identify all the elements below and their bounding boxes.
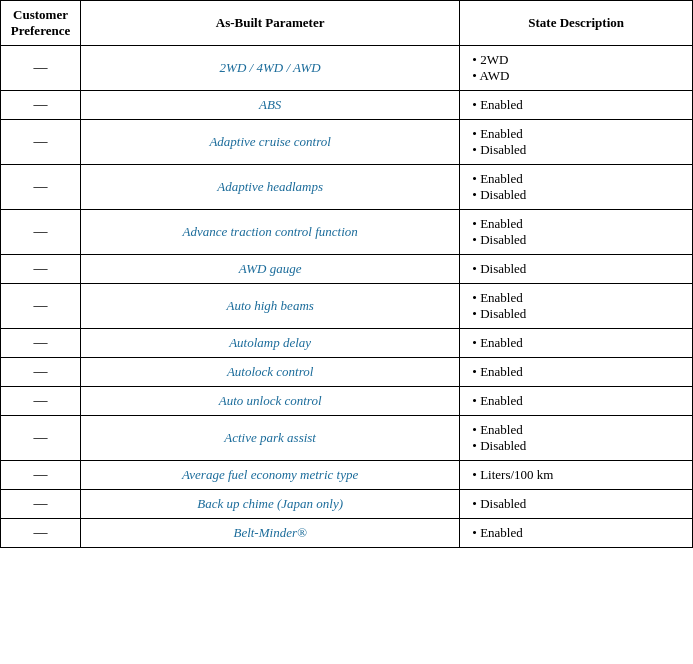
pref-cell: —	[1, 358, 81, 387]
state-cell: EnabledDisabled	[460, 210, 693, 255]
state-cell: Enabled	[460, 91, 693, 120]
param-cell: Auto unlock control	[80, 387, 459, 416]
state-item: Enabled	[472, 290, 684, 306]
state-item: Enabled	[472, 171, 684, 187]
pref-cell: —	[1, 490, 81, 519]
state-item: Enabled	[472, 335, 684, 351]
state-item: AWD	[472, 68, 684, 84]
state-item: Enabled	[472, 393, 684, 409]
table-row: —Average fuel economy metric typeLiters/…	[1, 461, 693, 490]
state-item: Disabled	[472, 438, 684, 454]
param-cell: Adaptive cruise control	[80, 120, 459, 165]
table-row: —Belt-Minder®Enabled	[1, 519, 693, 548]
pref-cell: —	[1, 255, 81, 284]
pref-cell: —	[1, 329, 81, 358]
state-cell: Disabled	[460, 490, 693, 519]
pref-cell: —	[1, 519, 81, 548]
table-row: —Adaptive headlampsEnabledDisabled	[1, 165, 693, 210]
as-built-table: Customer Preference As-Built Parameter S…	[0, 0, 693, 548]
table-row: —Back up chime (Japan only)Disabled	[1, 490, 693, 519]
state-cell: EnabledDisabled	[460, 120, 693, 165]
state-cell: EnabledDisabled	[460, 284, 693, 329]
param-cell: Back up chime (Japan only)	[80, 490, 459, 519]
state-item: Enabled	[472, 216, 684, 232]
state-cell: EnabledDisabled	[460, 165, 693, 210]
param-cell: Adaptive headlamps	[80, 165, 459, 210]
param-cell: AWD gauge	[80, 255, 459, 284]
table-row: —2WD / 4WD / AWD2WDAWD	[1, 46, 693, 91]
pref-cell: —	[1, 46, 81, 91]
state-cell: Enabled	[460, 387, 693, 416]
header-as-built-parameter: As-Built Parameter	[80, 1, 459, 46]
state-cell: 2WDAWD	[460, 46, 693, 91]
state-item: Enabled	[472, 97, 684, 113]
param-cell: Autolock control	[80, 358, 459, 387]
pref-cell: —	[1, 284, 81, 329]
state-cell: EnabledDisabled	[460, 416, 693, 461]
param-cell: Belt-Minder®	[80, 519, 459, 548]
state-cell: Liters/100 km	[460, 461, 693, 490]
param-cell: Average fuel economy metric type	[80, 461, 459, 490]
state-item: Enabled	[472, 525, 684, 541]
state-item: Disabled	[472, 306, 684, 322]
state-item: Disabled	[472, 142, 684, 158]
table-row: —Autolock controlEnabled	[1, 358, 693, 387]
param-cell: Active park assist	[80, 416, 459, 461]
table-row: —Auto high beamsEnabledDisabled	[1, 284, 693, 329]
state-cell: Enabled	[460, 519, 693, 548]
state-item: Enabled	[472, 422, 684, 438]
pref-cell: —	[1, 210, 81, 255]
state-item: Enabled	[472, 126, 684, 142]
state-cell: Disabled	[460, 255, 693, 284]
param-cell: 2WD / 4WD / AWD	[80, 46, 459, 91]
state-cell: Enabled	[460, 358, 693, 387]
pref-cell: —	[1, 91, 81, 120]
table-row: —ABSEnabled	[1, 91, 693, 120]
param-cell: ABS	[80, 91, 459, 120]
state-cell: Enabled	[460, 329, 693, 358]
table-row: —Adaptive cruise controlEnabledDisabled	[1, 120, 693, 165]
state-item: 2WD	[472, 52, 684, 68]
header-state-description: State Description	[460, 1, 693, 46]
state-item: Liters/100 km	[472, 467, 684, 483]
table-row: —AWD gaugeDisabled	[1, 255, 693, 284]
table-row: —Autolamp delayEnabled	[1, 329, 693, 358]
state-item: Disabled	[472, 496, 684, 512]
state-item: Disabled	[472, 187, 684, 203]
pref-cell: —	[1, 120, 81, 165]
pref-cell: —	[1, 165, 81, 210]
table-row: —Auto unlock controlEnabled	[1, 387, 693, 416]
state-item: Disabled	[472, 232, 684, 248]
table-row: —Advance traction control functionEnable…	[1, 210, 693, 255]
param-cell: Autolamp delay	[80, 329, 459, 358]
pref-cell: —	[1, 461, 81, 490]
state-item: Disabled	[472, 261, 684, 277]
pref-cell: —	[1, 387, 81, 416]
header-customer-preference: Customer Preference	[1, 1, 81, 46]
param-cell: Auto high beams	[80, 284, 459, 329]
table-row: —Active park assistEnabledDisabled	[1, 416, 693, 461]
pref-cell: —	[1, 416, 81, 461]
param-cell: Advance traction control function	[80, 210, 459, 255]
state-item: Enabled	[472, 364, 684, 380]
